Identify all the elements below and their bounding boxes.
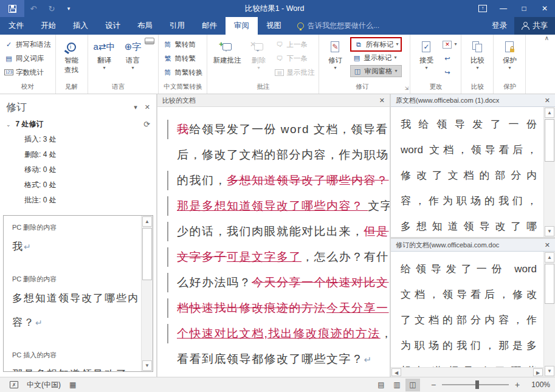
reviewing-pane-dropdown[interactable]: ◫ 审阅窗格 ▾ — [350, 65, 402, 77]
tab-布局[interactable]: 布局 — [129, 17, 161, 35]
track-changes-button[interactable]: ✎ 修订 ▾ — [322, 37, 348, 72]
next-change-button[interactable]: ↪ — [441, 66, 458, 78]
revised-doc-scrollbar[interactable]: ▲ ▼ — [543, 252, 555, 377]
convert-button[interactable]: 简简繁转换 — [162, 66, 204, 78]
web-layout-button[interactable]: ◫ — [405, 379, 420, 391]
original-doc-scrollbar[interactable]: ▲ ▼ — [543, 107, 555, 237]
tab-邮件[interactable]: 邮件 — [193, 17, 226, 35]
document-line[interactable]: 少的话，我们肉眼就能对比出来，但是 — [177, 219, 385, 244]
zoom-level[interactable]: 100% — [527, 380, 550, 389]
print-layout-button[interactable]: ▥ — [390, 379, 404, 391]
tab-引用[interactable]: 引用 — [161, 17, 193, 35]
close-pane-icon[interactable]: ✕ — [541, 97, 550, 105]
scroll-up-icon[interactable]: ▲ — [545, 252, 554, 263]
language-button[interactable]: ⊕字 语言 ▾ — [120, 37, 145, 72]
keyboard-icon[interactable] — [145, 38, 154, 44]
document-line[interactable]: 后，修改了文档的部分内容，作为职场 — [177, 142, 385, 168]
spelling-grammar-button[interactable]: ✓拼写和语法 — [3, 38, 52, 50]
revisions-scrollbar[interactable]: ▲ ▼ — [141, 216, 153, 371]
sign-in-button[interactable]: 登录 — [484, 17, 514, 35]
smart-lookup-button[interactable]: i 智能 查找 — [59, 37, 84, 76]
reject-button[interactable]: ✕▾ — [441, 38, 458, 50]
scroll-down-icon[interactable]: ▼ — [142, 360, 152, 371]
next-comment-button[interactable]: 🗨下一条 — [274, 52, 315, 64]
maximize-button[interactable]: □ — [514, 0, 534, 17]
scroll-thumb[interactable] — [142, 228, 152, 280]
scroll-thumb[interactable] — [545, 119, 554, 162]
zoom-slider-thumb[interactable] — [475, 380, 479, 389]
document-line[interactable]: 容，作为职场的我们， — [401, 188, 537, 214]
collapse-ribbon-button[interactable]: ∧ — [536, 35, 555, 94]
undo-button[interactable]: ↶ — [24, 4, 43, 13]
document-line[interactable]: 个快速对比文档,找出修改痕迹的方法， — [177, 321, 385, 346]
tab-插入[interactable]: 插入 — [64, 17, 97, 35]
tab-设计[interactable]: 设计 — [97, 17, 129, 35]
protect-button[interactable]: 保护 ▾ — [497, 37, 522, 72]
customize-qat-button[interactable]: ▾ — [61, 5, 77, 12]
document-line[interactable]: 么好办法吗？今天分享一个快速对比文 — [177, 270, 385, 295]
thesaurus-button[interactable]: ▤同义词库 — [3, 52, 52, 64]
delete-comment-button[interactable]: ✕ 删除 ▾ — [246, 37, 271, 72]
document-line[interactable]: 我给领导发了一份 — [401, 112, 537, 137]
share-button[interactable]: 共享 — [514, 17, 555, 35]
document-line[interactable]: 给领导发了一份 word — [401, 256, 537, 282]
scroll-up-icon[interactable]: ▲ — [545, 108, 554, 118]
compare-button[interactable]: 比较 ▾ — [464, 37, 490, 72]
tab-开始[interactable]: 开始 — [32, 17, 64, 35]
zoom-slider[interactable] — [442, 384, 509, 385]
close-pane-icon[interactable]: ✕ — [376, 97, 385, 105]
document-line[interactable]: 文档，领导看后，修改 — [401, 282, 537, 308]
accept-button[interactable]: ✓ 接受 ▾ — [413, 37, 439, 72]
document-line[interactable]: 那是多想知道领导改了哪些内容？ 文字 — [177, 193, 385, 219]
tab-审阅[interactable]: 审阅 — [226, 17, 258, 35]
tab-视图[interactable]: 视图 — [258, 17, 290, 35]
close-pane-icon[interactable]: ✕ — [541, 241, 550, 249]
ribbon-display-options-button[interactable]: ↑ — [472, 0, 493, 17]
document-line[interactable]: 文字多子可是文字多了，怎么办？有什 — [177, 244, 385, 270]
proofing-status-icon[interactable]: ✗ — [10, 381, 18, 388]
word-count-button[interactable]: 123字数统计 — [3, 66, 52, 78]
tab-文件[interactable]: 文件 — [0, 17, 32, 35]
save-button[interactable] — [0, 0, 24, 17]
revision-entry-text[interactable]: 那是多想知道领导改了 — [12, 362, 143, 372]
previous-change-button[interactable]: ↩ — [441, 52, 458, 64]
macro-record-icon[interactable]: ▦ — [69, 380, 76, 389]
zoom-out-button[interactable]: − — [430, 380, 437, 390]
tell-me-box[interactable]: 告诉我您想要做什么... — [290, 17, 387, 35]
revision-entry-text[interactable]: 我↵ — [12, 235, 143, 259]
language-status[interactable]: 中文(中国) — [27, 380, 61, 390]
scroll-down-icon[interactable]: ▼ — [545, 226, 554, 236]
compared-doc-body[interactable]: 我给领导发了一份 word 文档，领导看后，修改了文档的部分内容，作为职场的我们… — [157, 107, 390, 377]
scroll-up-icon[interactable]: ▲ — [142, 216, 152, 227]
simplified-to-traditional-button[interactable]: 繁简转繁 — [162, 52, 204, 64]
close-pane-icon[interactable]: ✕ — [145, 103, 150, 111]
document-line[interactable]: 我给领导发了一份 word 文档，领导看 — [177, 117, 385, 142]
zoom-in-button[interactable]: + — [514, 380, 521, 390]
scroll-thumb[interactable] — [545, 264, 554, 304]
traditional-to-simplified-button[interactable]: 简繁转简 — [162, 38, 204, 50]
scroll-down-icon[interactable]: ▼ — [545, 366, 554, 376]
previous-comment-button[interactable]: 🗨上一条 — [274, 38, 315, 50]
redo-button[interactable]: ↻ — [43, 4, 61, 13]
dialog-launcher-icon[interactable]: ⇲ — [405, 86, 409, 91]
translate-button[interactable]: a⇄中 翻译 ▾ — [91, 37, 118, 72]
document-line[interactable]: 看看到底领导都修改了哪些文字？↵ — [177, 346, 385, 372]
scroll-right-icon[interactable]: ▶ — [533, 368, 543, 376]
revised-doc-hscrollbar[interactable]: ◀ ▶ — [391, 367, 543, 377]
minimize-button[interactable]: — — [493, 0, 514, 17]
show-comments-button[interactable]: ▤显示批注 — [274, 66, 315, 78]
document-line[interactable]: 了文档的部分内容，作 — [401, 308, 537, 333]
pane-options-chevron-icon[interactable]: ▾ — [134, 103, 137, 111]
document-line[interactable]: 档快速找出修改痕迹的方法今天分享一 — [177, 295, 385, 321]
new-comment-button[interactable]: + 新建批注 — [210, 37, 243, 66]
scroll-left-icon[interactable]: ◀ — [391, 368, 401, 376]
document-line[interactable]: word 文档，领导看后， — [401, 137, 537, 163]
show-markup-dropdown[interactable]: ▤ 显示标记 ▾ — [350, 52, 402, 64]
refresh-icon[interactable]: ⟳ — [143, 120, 150, 129]
revision-entry-text[interactable]: 多想知道领导改了哪些内容？↵ — [12, 286, 143, 335]
collapse-summary-icon[interactable]: ⌄ — [6, 122, 11, 128]
revised-doc-body[interactable]: 给领导发了一份 word文档，领导看后，修改了文档的部分内容，作为职场的我们，那… — [391, 252, 555, 377]
close-button[interactable]: ✕ — [534, 0, 555, 17]
document-line[interactable]: 多想知道领导改了哪 — [401, 214, 537, 237]
document-line[interactable]: 为职场的我们，那是多 — [401, 333, 537, 359]
